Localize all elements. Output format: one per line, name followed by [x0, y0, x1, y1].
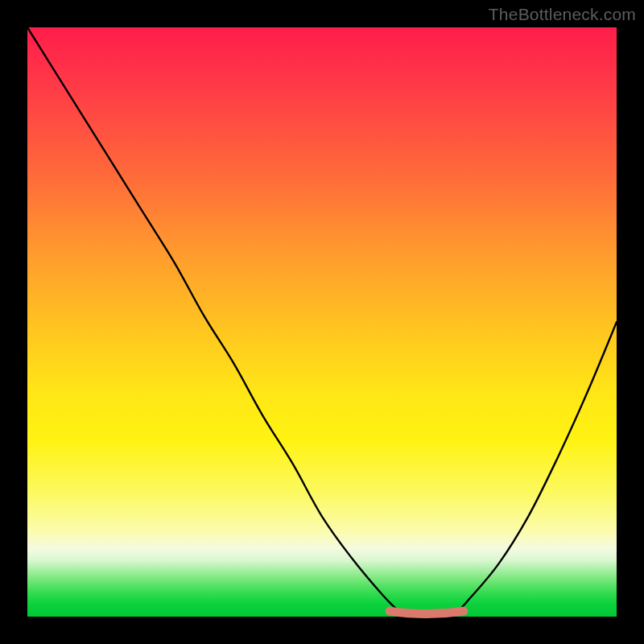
bottleneck-curve-svg: [27, 27, 617, 617]
plot-area: [27, 27, 617, 617]
watermark-text: TheBottleneck.com: [489, 5, 636, 24]
bottleneck-curve: [27, 27, 617, 617]
chart-frame: TheBottleneck.com: [0, 0, 644, 644]
optimal-range-marker: [390, 611, 464, 614]
